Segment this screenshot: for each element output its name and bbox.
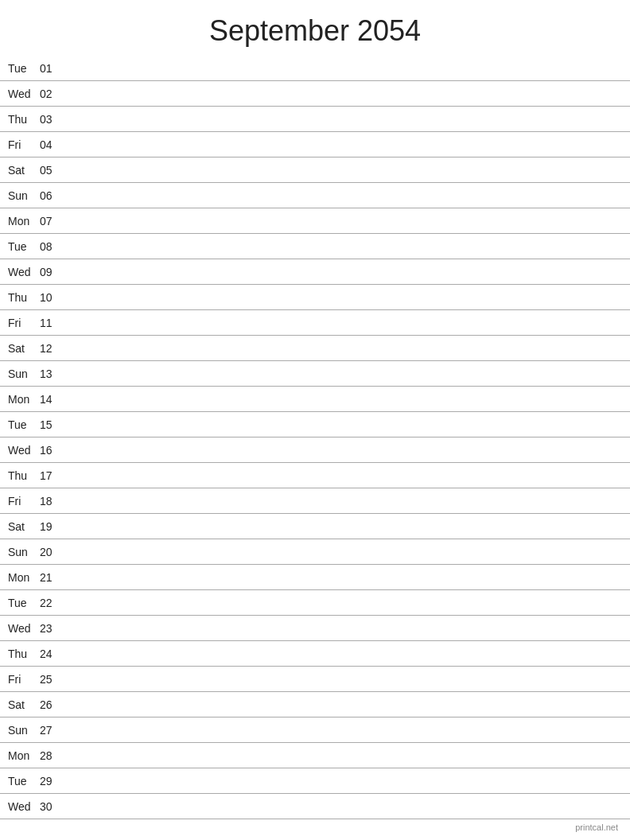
day-line	[64, 169, 622, 170]
calendar-row: Thu24	[0, 641, 630, 667]
day-number: 20	[40, 546, 64, 558]
day-line	[64, 551, 622, 552]
calendar-row: Thu17	[0, 463, 630, 488]
day-number: 22	[40, 597, 64, 609]
day-name: Sat	[8, 342, 40, 355]
calendar-row: Wed02	[0, 81, 630, 107]
calendar-row: Sun27	[0, 718, 630, 743]
day-number: 07	[40, 215, 64, 228]
day-line	[64, 68, 622, 68]
calendar-row: Thu10	[0, 285, 630, 310]
calendar-row: Tue29	[0, 768, 630, 794]
day-line	[64, 475, 622, 476]
day-line	[64, 653, 622, 654]
day-number: 12	[40, 342, 64, 355]
day-number: 29	[40, 775, 64, 788]
calendar-container: Tue01Wed02Thu03Fri04Sat05Sun06Mon07Tue08…	[0, 56, 630, 819]
day-number: 04	[40, 138, 64, 151]
day-line	[64, 246, 622, 247]
day-line	[64, 500, 622, 501]
day-number: 18	[40, 495, 64, 508]
day-number: 13	[40, 368, 64, 380]
day-number: 16	[40, 444, 64, 457]
calendar-row: Mon14	[0, 387, 630, 412]
day-line	[64, 526, 622, 527]
day-name: Sun	[8, 724, 40, 737]
day-line	[64, 755, 622, 756]
day-line	[64, 220, 622, 221]
day-line	[64, 348, 622, 348]
calendar-row: Sun06	[0, 183, 630, 208]
day-number: 08	[40, 240, 64, 253]
footer-text: printcal.net	[575, 822, 618, 832]
day-name: Thu	[8, 469, 40, 482]
calendar-row: Fri18	[0, 488, 630, 514]
calendar-row: Tue01	[0, 56, 630, 81]
day-name: Sun	[8, 189, 40, 202]
page-title: September 2054	[0, 0, 630, 56]
day-name: Mon	[8, 571, 40, 584]
day-line	[64, 119, 622, 119]
day-name: Fri	[8, 138, 40, 151]
calendar-row: Sat19	[0, 514, 630, 539]
day-line	[64, 144, 622, 145]
day-number: 21	[40, 571, 64, 584]
day-number: 14	[40, 393, 64, 406]
calendar-row: Mon28	[0, 743, 630, 768]
day-number: 05	[40, 164, 64, 177]
day-line	[64, 195, 622, 196]
day-name: Thu	[8, 648, 40, 660]
day-name: Sat	[8, 164, 40, 177]
calendar-row: Wed16	[0, 438, 630, 463]
day-name: Fri	[8, 673, 40, 686]
day-number: 01	[40, 62, 64, 75]
calendar-row: Tue22	[0, 590, 630, 616]
day-line	[64, 577, 622, 578]
day-name: Sun	[8, 368, 40, 380]
day-line	[64, 271, 622, 272]
calendar-row: Mon21	[0, 565, 630, 590]
day-name: Mon	[8, 393, 40, 406]
day-line	[64, 424, 622, 425]
day-number: 28	[40, 749, 64, 762]
day-number: 30	[40, 800, 64, 813]
day-line	[64, 449, 622, 450]
day-name: Sun	[8, 546, 40, 558]
day-number: 23	[40, 622, 64, 635]
day-number: 06	[40, 189, 64, 202]
day-name: Sat	[8, 520, 40, 533]
day-line	[64, 93, 622, 94]
day-line	[64, 628, 622, 628]
day-name: Tue	[8, 418, 40, 431]
day-name: Wed	[8, 266, 40, 278]
calendar-row: Tue08	[0, 234, 630, 259]
day-name: Sat	[8, 698, 40, 711]
calendar-row: Fri11	[0, 310, 630, 336]
day-line	[64, 399, 622, 399]
day-name: Wed	[8, 622, 40, 635]
day-number: 15	[40, 418, 64, 431]
calendar-row: Sun13	[0, 361, 630, 387]
calendar-row: Wed23	[0, 616, 630, 641]
day-name: Fri	[8, 495, 40, 508]
day-line	[64, 704, 622, 705]
day-name: Mon	[8, 215, 40, 228]
day-name: Wed	[8, 800, 40, 813]
calendar-row: Sat05	[0, 158, 630, 183]
day-number: 02	[40, 88, 64, 100]
calendar-row: Fri25	[0, 667, 630, 692]
calendar-row: Thu03	[0, 107, 630, 132]
day-name: Mon	[8, 749, 40, 762]
day-line	[64, 322, 622, 323]
calendar-row: Wed09	[0, 259, 630, 285]
day-number: 17	[40, 469, 64, 482]
calendar-row: Mon07	[0, 208, 630, 234]
day-name: Tue	[8, 62, 40, 75]
day-number: 03	[40, 113, 64, 126]
day-name: Thu	[8, 113, 40, 126]
day-number: 11	[40, 317, 64, 329]
day-name: Wed	[8, 88, 40, 100]
day-line	[64, 806, 622, 807]
day-number: 09	[40, 266, 64, 278]
day-name: Fri	[8, 317, 40, 329]
